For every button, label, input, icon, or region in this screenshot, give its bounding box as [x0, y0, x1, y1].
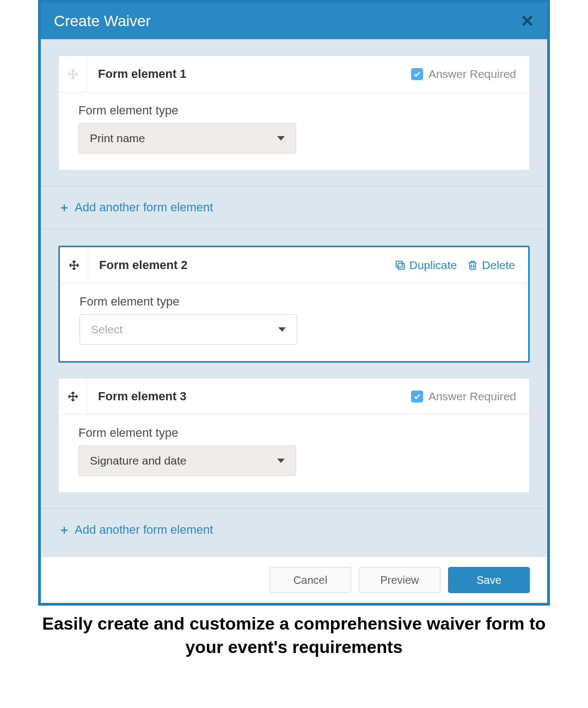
svg-rect-0 — [398, 263, 404, 269]
duplicate-icon — [394, 259, 406, 271]
drag-handle-icon[interactable] — [67, 390, 79, 402]
modal-title: Create Waiver — [54, 13, 151, 30]
delete-label: Delete — [482, 259, 515, 272]
save-button[interactable]: Save — [448, 567, 530, 593]
type-field-label: Form element type — [79, 295, 509, 309]
select-placeholder: Select — [91, 323, 122, 336]
chevron-down-icon — [277, 459, 285, 463]
element-type-select[interactable]: Signature and date — [78, 445, 296, 476]
type-field-label: Form element type — [78, 426, 510, 440]
card-title: Form element 3 — [87, 379, 411, 414]
card-header: Form element 3 Answer Required — [59, 379, 529, 415]
chevron-down-icon — [278, 327, 286, 332]
drag-handle-icon[interactable] — [68, 259, 80, 271]
modal-body: Form element 1 Answer Required Form elem… — [41, 39, 547, 603]
type-field-label: Form element type — [78, 103, 510, 118]
card-header: Form element 1 Answer Required — [59, 56, 529, 93]
plus-icon: ＋ — [58, 199, 70, 216]
add-form-element-button[interactable]: ＋ Add another form element — [58, 199, 213, 216]
add-form-element-button[interactable]: ＋ Add another form element — [58, 522, 213, 538]
answer-required-label: Answer Required — [428, 68, 516, 81]
select-value: Signature and date — [90, 454, 186, 467]
trash-icon — [467, 259, 479, 271]
preview-button[interactable]: Preview — [359, 567, 440, 593]
add-element-label: Add another form element — [75, 200, 213, 215]
element-type-select[interactable]: Select — [79, 314, 297, 345]
form-element-card-1: Form element 1 Answer Required Form elem… — [58, 56, 530, 170]
card-header: Form element 2 Duplicate Delete — [60, 247, 528, 284]
card-title: Form element 1 — [87, 56, 411, 92]
svg-rect-1 — [396, 261, 402, 267]
select-value: Print name — [90, 132, 145, 145]
duplicate-label: Duplicate — [409, 259, 457, 272]
element-type-select[interactable]: Print name — [78, 123, 296, 154]
answer-required-label: Answer Required — [428, 390, 516, 403]
add-element-row: ＋ Add another form element — [41, 186, 547, 229]
card-title: Form element 2 — [88, 247, 394, 283]
checkbox-checked-icon — [411, 390, 423, 402]
plus-icon: ＋ — [58, 522, 70, 538]
delete-button[interactable]: Delete — [467, 259, 515, 272]
close-icon[interactable]: ✕ — [520, 11, 534, 30]
duplicate-button[interactable]: Duplicate — [394, 259, 457, 272]
cancel-button[interactable]: Cancel — [270, 567, 351, 593]
drag-handle-icon[interactable] — [67, 68, 79, 80]
answer-required-toggle[interactable]: Answer Required — [411, 68, 516, 81]
add-element-label: Add another form element — [75, 523, 213, 537]
create-waiver-modal: Create Waiver ✕ Form element 1 — [38, 0, 550, 606]
checkbox-checked-icon — [411, 68, 423, 80]
modal-footer: Cancel Preview Save — [41, 557, 547, 603]
answer-required-toggle[interactable]: Answer Required — [411, 390, 516, 403]
modal-header: Create Waiver ✕ — [41, 3, 547, 39]
caption-text: Easily create and customize a comprehens… — [38, 612, 550, 659]
form-element-card-2: Form element 2 Duplicate Delete Form ele — [58, 246, 530, 363]
chevron-down-icon — [277, 136, 285, 141]
form-element-card-3: Form element 3 Answer Required Form elem… — [58, 378, 530, 493]
add-element-row: ＋ Add another form element — [41, 508, 547, 551]
